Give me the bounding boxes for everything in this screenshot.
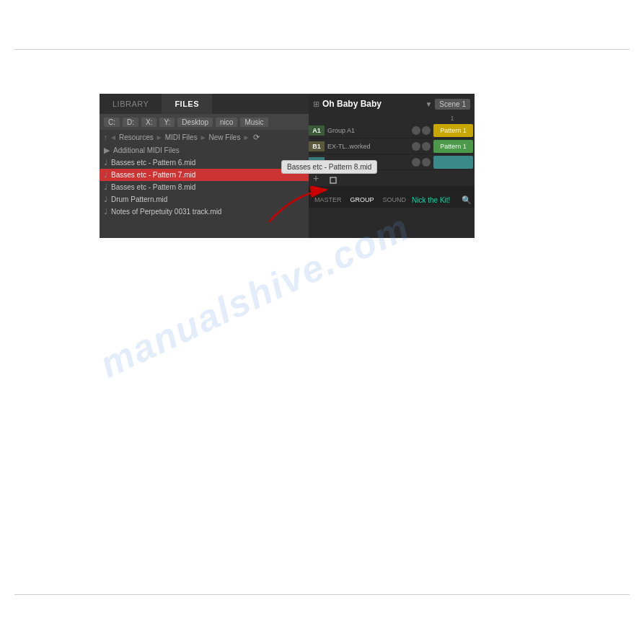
file-name: Basses etc - Pattern 8.mid [111, 183, 195, 191]
track-name-b1: EX-TL..worked [325, 143, 412, 150]
note-icon: ♩ [104, 195, 107, 204]
breadcrumb-sep-2: ► [156, 133, 163, 141]
note-icon: ♩ [104, 170, 107, 180]
drive-music[interactable]: Music [240, 118, 268, 127]
drive-bar: C: D: X: Y: Desktop nico Music [100, 114, 309, 130]
seq-header: ⊞ Oh Baby Baby ▼ Scene 1 [309, 94, 475, 114]
pattern-btn-a1[interactable]: Pattern 1 [433, 124, 473, 137]
drive-desktop[interactable]: Desktop [177, 118, 213, 127]
drive-x[interactable]: X: [141, 118, 156, 127]
solo-btn-a1[interactable] [422, 126, 431, 135]
mute-btn-b1[interactable] [412, 142, 420, 151]
track-controls-c1 [412, 158, 432, 167]
breadcrumb-resources[interactable]: Resources [119, 133, 154, 141]
folder-icon: ▶ [104, 146, 110, 155]
red-arrow [258, 186, 338, 229]
drive-d[interactable]: D: [123, 118, 138, 127]
track-controls-a1 [412, 126, 432, 135]
note-icon: ♩ [104, 182, 107, 192]
track-label-a1: A1 [309, 125, 325, 136]
pattern-btn-b1[interactable]: Pattern 1 [433, 140, 473, 153]
cursor-indicator [328, 175, 335, 182]
drag-tooltip: Basses etc - Pattern 8.mid [281, 160, 377, 174]
search-icon[interactable]: 🔍 [462, 195, 472, 205]
note-icon: ♩ [104, 158, 107, 167]
drive-nico[interactable]: nico [216, 118, 237, 127]
breadcrumb-sep-3: ► [200, 133, 207, 141]
track-row-b1: B1 EX-TL..worked Pattern 1 [309, 138, 475, 154]
grid-icon: ⊞ [313, 100, 319, 109]
page-container: LIBRARY FILES C: D: X: Y: Desktop nico M… [0, 0, 644, 644]
tab-files[interactable]: FILES [162, 94, 212, 114]
tab-library[interactable]: LIBRARY [100, 94, 162, 114]
track-row-a1: A1 Group A1 Pattern 1 [309, 123, 475, 138]
scene-number-row: 1 [309, 114, 475, 123]
bottom-rule [14, 594, 630, 595]
breadcrumb-sep-1: ◄ [110, 133, 117, 141]
mute-btn-a1[interactable] [412, 126, 420, 135]
list-item[interactable]: ♩ Basses etc - Pattern 6.mid [100, 156, 309, 169]
pattern-btn-c1[interactable] [433, 156, 473, 169]
file-name: Drum Pattern.mid [111, 195, 167, 203]
solo-btn-c1[interactable] [422, 158, 431, 167]
scene-number: 1 [434, 115, 470, 122]
breadcrumb-up-arrow[interactable]: ↑ [104, 133, 107, 141]
seq-dropdown-icon[interactable]: ▼ [425, 100, 432, 108]
svg-rect-1 [330, 177, 336, 183]
mute-btn-c1[interactable] [412, 158, 420, 167]
breadcrumb-midi-files[interactable]: MIDI Files [165, 133, 198, 141]
tab-bar: LIBRARY FILES [100, 94, 309, 114]
scene-label: Scene 1 [435, 99, 470, 110]
file-name: Notes of Perpetuity 0031 track.mid [111, 208, 221, 216]
tab-sound[interactable]: SOUND [380, 195, 410, 204]
folder-name: Additional MIDI Files [113, 146, 180, 154]
list-item[interactable]: ♩ Basses etc - Pattern 7.mid [100, 169, 309, 181]
file-name: Basses etc - Pattern 6.mid [111, 159, 195, 167]
instrument-name: Nick the Kit! [412, 196, 459, 204]
top-rule [14, 49, 630, 50]
add-track-button[interactable]: + [313, 172, 319, 184]
track-controls-b1 [412, 142, 432, 151]
drive-y[interactable]: Y: [159, 118, 175, 127]
breadcrumb-sep-4: ► [242, 133, 250, 141]
solo-btn-b1[interactable] [422, 142, 431, 151]
refresh-icon[interactable]: ⟳ [253, 133, 260, 142]
track-label-b1: B1 [309, 141, 325, 151]
tab-group[interactable]: GROUP [348, 195, 377, 204]
folder-item: ▶ Additional MIDI Files [100, 144, 309, 156]
file-name: Basses etc - Pattern 7.mid [111, 171, 195, 179]
seq-title: Oh Baby Baby [322, 99, 422, 109]
track-name-a1: Group A1 [325, 127, 412, 134]
breadcrumb-bar: ↑ ◄ Resources ► MIDI Files ► New Files ►… [100, 130, 309, 144]
drive-c[interactable]: C: [104, 118, 120, 127]
breadcrumb-new-files[interactable]: New Files [209, 133, 241, 141]
note-icon: ♩ [104, 207, 107, 216]
